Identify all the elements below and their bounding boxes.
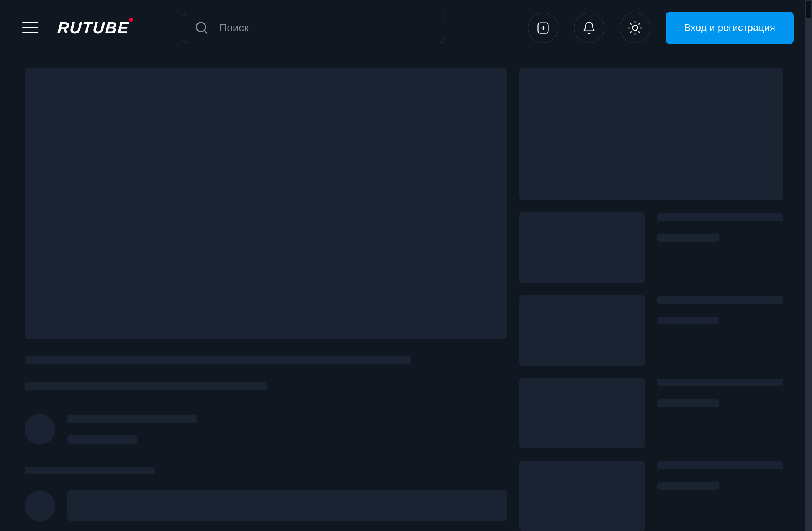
- svg-point-0: [196, 22, 206, 31]
- comment-row: [25, 490, 507, 521]
- add-video-button[interactable]: [528, 13, 558, 43]
- logo-dot-icon: [129, 18, 133, 22]
- recommendation-skeleton: [519, 212, 783, 283]
- channel-avatar-skeleton: [25, 414, 55, 444]
- scrollbar[interactable]: [805, 0, 812, 531]
- theme-toggle-button[interactable]: [620, 13, 650, 43]
- rec-meta-skeleton: [657, 482, 719, 490]
- logo[interactable]: RUTUBE: [57, 19, 129, 37]
- rec-meta-skeleton: [657, 234, 719, 242]
- recommendation-skeleton: [519, 378, 783, 448]
- main-content: [0, 56, 812, 531]
- search-input[interactable]: [219, 22, 433, 34]
- rec-meta-skeleton: [657, 317, 719, 324]
- svg-line-13: [638, 23, 640, 25]
- header: RUTUBE: [0, 0, 812, 56]
- recommendation-skeleton: [519, 461, 783, 531]
- rec-thumb-skeleton: [519, 295, 645, 366]
- scrollbar-thumb[interactable]: [806, 1, 811, 18]
- add-video-icon: [536, 21, 550, 35]
- svg-line-12: [630, 31, 632, 33]
- bell-icon: [582, 21, 596, 35]
- divider: [25, 403, 507, 403]
- sun-icon: [627, 20, 643, 36]
- channel-name-skeleton: [67, 415, 197, 423]
- logo-text: RUTUBE: [57, 19, 130, 37]
- rec-thumb-skeleton: [519, 461, 645, 531]
- right-column: [519, 68, 783, 531]
- rec-thumb-skeleton: [519, 378, 645, 448]
- channel-row: [25, 414, 507, 444]
- rec-title-skeleton: [657, 379, 783, 386]
- svg-point-5: [632, 25, 637, 30]
- rec-title-skeleton: [657, 213, 783, 221]
- rec-thumb-skeleton: [519, 212, 645, 283]
- search-container: [183, 13, 445, 43]
- hamburger-icon[interactable]: [18, 18, 42, 37]
- comment-input-skeleton: [67, 490, 507, 521]
- login-button[interactable]: Вход и регистрация: [666, 12, 794, 44]
- header-actions: Вход и регистрация: [528, 12, 794, 44]
- rec-title-skeleton: [657, 461, 783, 469]
- video-title-skeleton: [25, 356, 411, 364]
- promo-skeleton: [519, 68, 783, 200]
- left-column: [25, 68, 507, 531]
- svg-line-8: [630, 23, 632, 25]
- user-avatar-skeleton: [25, 490, 55, 521]
- video-player-skeleton: [25, 68, 507, 339]
- svg-line-9: [638, 31, 640, 33]
- svg-line-1: [204, 30, 207, 33]
- video-meta-skeleton: [25, 382, 267, 390]
- notifications-button[interactable]: [574, 13, 604, 43]
- channel-subs-skeleton: [67, 435, 137, 444]
- search-icon: [195, 21, 209, 35]
- rec-title-skeleton: [657, 296, 783, 304]
- recommendation-skeleton: [519, 295, 783, 366]
- rec-meta-skeleton: [657, 399, 719, 407]
- search-box[interactable]: [183, 13, 445, 43]
- description-skeleton: [25, 467, 155, 474]
